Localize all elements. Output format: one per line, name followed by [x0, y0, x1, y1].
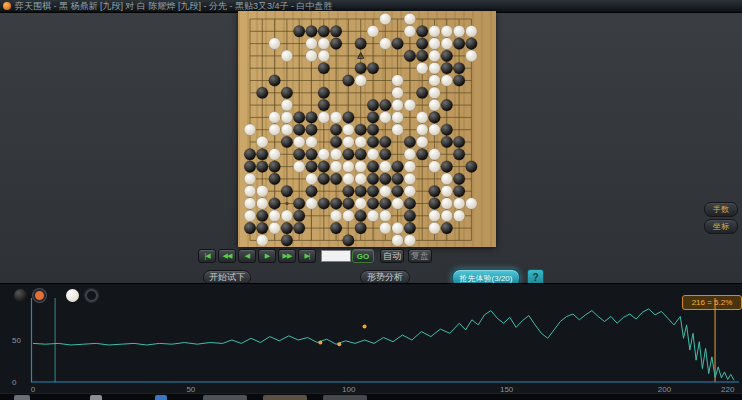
black-stone	[293, 112, 305, 124]
black-stone	[244, 149, 256, 161]
white-stone	[392, 235, 404, 247]
black-stone	[330, 38, 342, 50]
black-stone	[441, 222, 453, 234]
black-stone	[429, 185, 441, 197]
y-tick-label: 50	[12, 336, 21, 345]
white-stone	[343, 136, 355, 148]
replay-button[interactable]: 复盘	[408, 249, 432, 263]
white-stone	[392, 124, 404, 136]
go-board-canvas[interactable]	[238, 11, 496, 247]
white-stone	[343, 161, 355, 173]
marked-move-dot[interactable]	[363, 325, 367, 329]
black-stone	[330, 222, 342, 234]
white-stone	[257, 198, 269, 210]
black-stone	[257, 210, 269, 222]
auto-play-button[interactable]: 自动	[380, 249, 404, 263]
premium-label: 抢先体验(3/20)	[460, 273, 513, 284]
white-stone	[281, 112, 293, 124]
go-button[interactable]: GO	[352, 249, 374, 263]
white-stone	[466, 26, 478, 38]
winrate-line	[33, 309, 734, 380]
black-stone	[367, 185, 379, 197]
white-stone	[330, 112, 342, 124]
white-stone	[404, 161, 416, 173]
nav-last-button[interactable]: ▶|	[298, 249, 316, 263]
white-stone	[269, 124, 281, 136]
winrate-chart[interactable]	[0, 284, 742, 394]
black-stone	[293, 26, 305, 38]
taskbar-window-1[interactable]	[203, 395, 247, 400]
black-stone	[441, 50, 453, 62]
white-stone	[257, 185, 269, 197]
black-stone	[343, 149, 355, 161]
black-stone	[441, 99, 453, 111]
black-stone	[269, 161, 281, 173]
black-stone	[293, 210, 305, 222]
black-stone	[330, 136, 342, 148]
start-button[interactable]	[14, 395, 30, 400]
black-stone	[380, 136, 392, 148]
white-stone	[404, 235, 416, 247]
white-stone	[343, 173, 355, 185]
white-stone	[392, 99, 404, 111]
black-stone	[343, 198, 355, 210]
playback-controls: |◀◀◀◀▶▶▶▶|	[198, 249, 316, 263]
white-stone	[404, 13, 416, 25]
nav-forward-button[interactable]: ▶	[258, 249, 276, 263]
nav-forward-fast-button[interactable]: ▶▶	[278, 249, 296, 263]
black-stone	[453, 173, 465, 185]
black-stone	[343, 75, 355, 87]
black-stone	[466, 38, 478, 50]
white-stone	[466, 198, 478, 210]
black-stone	[429, 198, 441, 210]
black-stone	[293, 149, 305, 161]
black-stone	[330, 124, 342, 136]
white-stone	[318, 112, 330, 124]
nav-first-button[interactable]: |◀	[198, 249, 216, 263]
move-numbers-toggle-button[interactable]: 手数	[704, 202, 738, 217]
go-board[interactable]	[238, 11, 496, 247]
black-stone	[306, 149, 318, 161]
white-stone	[416, 112, 428, 124]
y-tick-label: 0	[12, 378, 16, 387]
white-stone	[380, 38, 392, 50]
black-stone	[367, 124, 379, 136]
black-stone	[367, 198, 379, 210]
black-stone	[293, 198, 305, 210]
black-stone	[416, 149, 428, 161]
white-stone	[392, 198, 404, 210]
white-stone	[441, 210, 453, 222]
taskbar-icon-browser[interactable]	[155, 395, 167, 400]
white-stone	[429, 99, 441, 111]
white-stone	[380, 185, 392, 197]
black-stone	[330, 198, 342, 210]
white-stone	[416, 62, 428, 74]
windows-taskbar[interactable]	[0, 393, 742, 400]
white-stone	[244, 210, 256, 222]
app-icon	[3, 2, 11, 10]
black-stone	[293, 222, 305, 234]
taskbar-window-2[interactable]	[263, 395, 307, 400]
white-stone	[429, 222, 441, 234]
black-stone	[404, 50, 416, 62]
marked-move-dot[interactable]	[318, 341, 322, 345]
black-stone	[453, 62, 465, 74]
taskbar-window-3[interactable]	[323, 395, 367, 400]
nav-back-fast-button[interactable]: ◀◀	[218, 249, 236, 263]
white-stone	[441, 185, 453, 197]
white-stone	[367, 210, 379, 222]
move-number-input[interactable]	[321, 250, 351, 262]
white-stone	[380, 13, 392, 25]
taskbar-icon-app1[interactable]	[90, 395, 102, 400]
black-stone	[318, 198, 330, 210]
black-stone	[453, 149, 465, 161]
coordinates-toggle-button[interactable]: 坐标	[704, 219, 738, 234]
white-stone	[330, 149, 342, 161]
white-stone	[269, 210, 281, 222]
nav-back-button[interactable]: ◀	[238, 249, 256, 263]
marked-move-dot[interactable]	[337, 342, 341, 346]
white-stone	[269, 112, 281, 124]
black-stone	[404, 198, 416, 210]
black-stone	[318, 26, 330, 38]
white-stone	[404, 26, 416, 38]
